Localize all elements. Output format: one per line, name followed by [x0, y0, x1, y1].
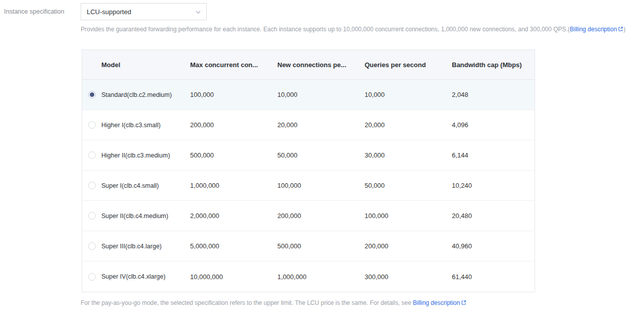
column-header-max-concurrent: Max concurrent con... — [190, 61, 277, 69]
table-body: Standard(clb.c2.medium) 100,000 10,000 1… — [82, 80, 535, 292]
cell-max-concurrent: 500,000 — [190, 151, 277, 159]
footer-billing-description-link[interactable]: Billing description — [413, 299, 460, 306]
cell-qps: 100,000 — [365, 212, 452, 220]
radio-button[interactable] — [88, 91, 96, 98]
cell-qps: 30,000 — [365, 151, 452, 159]
cell-bandwidth: 4,096 — [452, 121, 535, 129]
cell-bandwidth: 40,960 — [452, 242, 535, 250]
cell-bandwidth: 2,048 — [452, 91, 535, 98]
model-label: Super I(clb.c4.small) — [101, 182, 190, 189]
radio-button[interactable] — [88, 121, 96, 129]
model-label: Standard(clb.c2.medium) — [101, 91, 190, 98]
cell-new-connections: 500,000 — [277, 242, 365, 250]
table-header-row: Model Max concurrent con... New connecti… — [82, 50, 535, 80]
cell-bandwidth: 61,440 — [452, 273, 535, 281]
description-text: Provides the guaranteed forwarding perfo… — [81, 26, 570, 33]
column-header-new-connections: New connections pe... — [277, 61, 365, 69]
radio-button[interactable] — [88, 182, 96, 189]
cell-bandwidth: 20,480 — [452, 212, 535, 220]
cell-qps: 10,000 — [365, 91, 452, 98]
cell-max-concurrent: 200,000 — [190, 121, 277, 129]
radio-button[interactable] — [88, 212, 96, 220]
cell-max-concurrent: 10,000,000 — [190, 273, 277, 281]
dropdown-selected-value: LCU-supported — [87, 8, 131, 16]
table-row[interactable]: Super II(clb.c4.medium) 2,000,000 200,00… — [82, 201, 535, 231]
column-header-qps: Queries per second — [365, 61, 452, 69]
footer-note: For the pay-as-you-go mode, the selected… — [81, 299, 466, 307]
cell-bandwidth: 6,144 — [452, 151, 535, 159]
cell-new-connections: 50,000 — [277, 151, 365, 159]
column-header-bandwidth: Bandwidth cap (Mbps) — [452, 61, 535, 69]
cell-max-concurrent: 1,000,000 — [190, 182, 277, 189]
table-row[interactable]: Super I(clb.c4.small) 1,000,000 100,000 … — [82, 171, 535, 201]
description-suffix: ) — [623, 26, 625, 33]
model-label: Higher I(clb.c3.small) — [101, 122, 190, 129]
cell-new-connections: 100,000 — [277, 182, 365, 189]
footer-text: For the pay-as-you-go mode, the selected… — [81, 299, 413, 306]
cell-qps: 50,000 — [365, 182, 452, 189]
model-label: Super III(clb.c4.large) — [101, 243, 190, 250]
column-header-model: Model — [101, 61, 190, 69]
external-link-icon[interactable] — [618, 26, 623, 34]
cell-qps: 300,000 — [365, 273, 452, 281]
table-row[interactable]: Standard(clb.c2.medium) 100,000 10,000 1… — [82, 80, 535, 110]
cell-new-connections: 1,000,000 — [277, 273, 365, 281]
model-label: Higher II(clb.c3.medium) — [101, 152, 190, 159]
radio-button[interactable] — [88, 151, 96, 159]
table-row[interactable]: Super III(clb.c4.large) 5,000,000 500,00… — [82, 231, 535, 261]
cell-bandwidth: 10,240 — [452, 182, 535, 189]
cell-qps: 20,000 — [365, 121, 452, 129]
external-link-icon[interactable] — [461, 300, 466, 307]
radio-button[interactable] — [88, 242, 96, 250]
table-row[interactable]: Higher II(clb.c3.medium) 500,000 50,000 … — [82, 140, 535, 171]
specification-description: Provides the guaranteed forwarding perfo… — [81, 26, 625, 34]
cell-new-connections: 200,000 — [277, 212, 365, 220]
chevron-down-icon — [195, 9, 201, 17]
model-label: Super II(clb.c4.medium) — [101, 212, 190, 220]
instance-specification-dropdown[interactable]: LCU-supported — [81, 3, 207, 20]
model-label: Super IV(clb.c4.xlarge) — [101, 273, 190, 280]
table-row[interactable]: Higher I(clb.c3.small) 200,000 20,000 20… — [82, 110, 535, 140]
table-row[interactable]: Super IV(clb.c4.xlarge) 10,000,000 1,000… — [82, 261, 535, 292]
radio-button[interactable] — [88, 273, 96, 281]
cell-max-concurrent: 100,000 — [190, 91, 277, 98]
billing-description-link[interactable]: Billing description — [570, 26, 617, 33]
spec-table: Model Max concurrent con... New connecti… — [82, 49, 535, 292]
cell-new-connections: 10,000 — [277, 91, 365, 98]
cell-max-concurrent: 5,000,000 — [190, 242, 277, 250]
cell-max-concurrent: 2,000,000 — [190, 212, 277, 220]
instance-specification-label: Instance specification — [4, 8, 65, 15]
cell-qps: 200,000 — [365, 242, 452, 250]
cell-new-connections: 20,000 — [277, 121, 365, 129]
